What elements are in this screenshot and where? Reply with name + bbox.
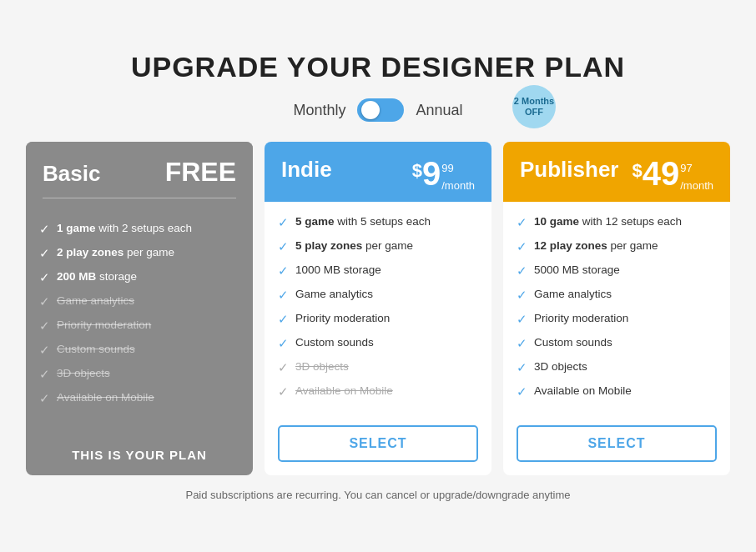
page-wrapper: UPGRADE YOUR DESIGNER PLAN Monthly Annua… — [0, 34, 756, 518]
check-icon: ✓ — [278, 215, 289, 230]
check-icon: ✓ — [278, 336, 289, 351]
publisher-plan-name: Publisher — [520, 157, 618, 183]
publisher-action: SELECT — [503, 415, 730, 475]
check-icon: ✓ — [39, 319, 50, 334]
indie-select-button[interactable]: SELECT — [278, 425, 478, 462]
feature-text: Game analytics — [534, 287, 612, 302]
basic-divider — [43, 198, 236, 198]
indie-price-big: 9 — [422, 157, 441, 190]
feature-text: 3D objects — [57, 366, 110, 381]
feature-text: 1 game with 2 setups each — [57, 221, 192, 236]
basic-plan-name: Basic — [43, 161, 100, 187]
feature-item: ✓ 5000 MB storage — [517, 258, 717, 283]
publisher-price-sup: 97 — [680, 162, 713, 174]
feature-item: ✓ Available on Mobile — [278, 379, 478, 404]
indie-price-block: $ 9 99 /month — [412, 157, 475, 192]
feature-item: ✓ 12 play zones per game — [517, 234, 717, 258]
publisher-price-dollar: $ — [633, 160, 643, 182]
feature-text: Game analytics — [295, 287, 373, 302]
feature-item: ✓ Priority moderation — [517, 307, 717, 331]
check-icon: ✓ — [39, 343, 50, 358]
check-icon: ✓ — [39, 391, 50, 406]
feature-item: ✓ Priority moderation — [278, 307, 478, 331]
indie-features: ✓ 5 game with 5 setups each ✓ 5 play zon… — [265, 202, 491, 415]
feature-item: ✓ Custom sounds — [278, 331, 478, 355]
billing-toggle[interactable] — [357, 98, 404, 122]
check-icon: ✓ — [278, 312, 289, 327]
feature-item: ✓ 1000 MB storage — [278, 258, 478, 283]
plan-card-indie: Indie $ 9 99 /month ✓ 5 game with 5 setu… — [265, 142, 491, 475]
feature-item: ✓ Game analytics — [278, 283, 478, 307]
feature-item: ✓ 3D objects — [39, 362, 239, 386]
feature-text: 1000 MB storage — [295, 263, 381, 278]
check-icon: ✓ — [517, 288, 527, 303]
feature-item: ✓ 5 play zones per game — [278, 234, 478, 258]
check-icon: ✓ — [39, 222, 50, 237]
feature-item: ✓ 10 game with 12 setups each — [517, 210, 717, 234]
feature-item: ✓ 5 game with 5 setups each — [278, 210, 478, 234]
feature-item: ✓ 2 play zones per game — [39, 241, 239, 265]
feature-text: Priority moderation — [295, 311, 390, 326]
annual-label: Annual — [416, 102, 462, 119]
check-icon: ✓ — [517, 360, 527, 375]
feature-item: ✓ Available on Mobile — [39, 386, 239, 410]
feature-item: ✓ 1 game with 2 setups each — [39, 217, 239, 241]
feature-item: ✓ 3D objects — [517, 355, 717, 379]
indie-action: SELECT — [265, 415, 491, 475]
feature-text: 200 MB storage — [57, 269, 137, 284]
publisher-select-button[interactable]: SELECT — [517, 425, 717, 462]
feature-item: ✓ Game analytics — [517, 283, 717, 307]
check-icon: ✓ — [517, 215, 527, 230]
toggle-knob — [361, 101, 380, 119]
feature-text: Custom sounds — [295, 335, 374, 350]
footer-note: Paid subscriptions are recurring. You ca… — [25, 489, 731, 501]
monthly-label: Monthly — [293, 102, 345, 119]
plans-row: Basic FREE ✓ 1 game with 2 setups each ✓… — [25, 142, 731, 475]
check-icon: ✓ — [278, 263, 289, 279]
indie-header: Indie $ 9 99 /month — [265, 142, 491, 202]
basic-plan-price: FREE — [165, 157, 236, 188]
feature-text: Available on Mobile — [295, 384, 393, 399]
feature-text: Custom sounds — [534, 335, 612, 350]
check-icon: ✓ — [278, 384, 289, 399]
feature-text: Custom sounds — [57, 342, 135, 357]
publisher-features: ✓ 10 game with 12 setups each ✓ 12 play … — [503, 202, 730, 415]
feature-text: Game analytics — [57, 294, 134, 309]
feature-text: Priority moderation — [534, 311, 628, 326]
check-icon: ✓ — [517, 239, 527, 254]
feature-text: 10 game with 12 setups each — [534, 214, 682, 229]
indie-plan-name: Indie — [281, 157, 332, 183]
feature-item: ✓ Custom sounds — [517, 331, 717, 355]
indie-price-dollar: $ — [412, 160, 422, 182]
publisher-price-block: $ 49 97 /month — [633, 157, 714, 192]
check-icon: ✓ — [278, 288, 289, 303]
feature-text: 3D objects — [534, 359, 587, 374]
check-icon: ✓ — [517, 263, 527, 279]
indie-price-month: /month — [441, 179, 475, 192]
check-icon: ✓ — [39, 270, 50, 285]
basic-features: ✓ 1 game with 2 setups each ✓ 2 play zon… — [26, 208, 253, 436]
feature-item: ✓ Available on Mobile — [517, 379, 717, 404]
feature-item: ✓ 3D objects — [278, 355, 478, 379]
check-icon: ✓ — [517, 336, 527, 351]
feature-text: Available on Mobile — [57, 390, 154, 405]
feature-text: 5000 MB storage — [534, 263, 620, 278]
billing-toggle-row: Monthly Annual 2 Months OFF — [25, 98, 731, 122]
check-icon: ✓ — [39, 246, 50, 261]
publisher-price-big: 49 — [643, 157, 680, 190]
annual-badge: 2 Months OFF — [512, 85, 556, 128]
basic-header: Basic FREE — [26, 142, 253, 198]
check-icon: ✓ — [517, 312, 527, 327]
feature-item: ✓ Game analytics — [39, 289, 239, 314]
plan-card-basic: Basic FREE ✓ 1 game with 2 setups each ✓… — [26, 142, 253, 475]
feature-text: 3D objects — [295, 359, 349, 374]
feature-text: Priority moderation — [57, 318, 151, 333]
check-icon: ✓ — [39, 294, 50, 309]
check-icon: ✓ — [39, 367, 50, 382]
your-plan-label: THIS IS YOUR PLAN — [26, 436, 253, 475]
feature-item: ✓ 200 MB storage — [39, 265, 239, 289]
check-icon: ✓ — [278, 360, 289, 375]
feature-item: ✓ Custom sounds — [39, 338, 239, 362]
feature-text: 5 game with 5 setups each — [295, 214, 431, 229]
publisher-header: Publisher $ 49 97 /month — [503, 142, 730, 202]
